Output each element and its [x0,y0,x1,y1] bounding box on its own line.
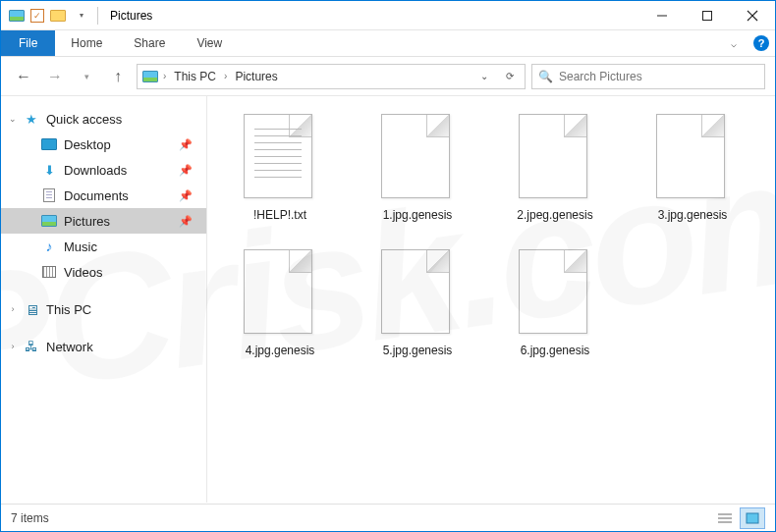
tree-label: Desktop [64,137,111,152]
file-item[interactable]: !HELP!.txt [211,114,349,249]
search-box[interactable]: 🔍 [531,64,765,89]
tree-label: This PC [46,302,91,317]
file-name: 1.jpg.genesis [383,208,453,222]
divider [97,7,98,25]
file-tab[interactable]: File [1,30,55,56]
svg-rect-1 [703,11,712,20]
qat-folder-icon[interactable] [48,6,68,26]
star-icon: ★ [23,111,40,127]
file-item[interactable]: 4.jpg.genesis [211,249,349,385]
up-button[interactable]: ↑ [105,64,131,89]
help-icon: ? [753,35,769,51]
thumbnails-view-icon [746,512,759,524]
address-dropdown-icon[interactable]: ⌄ [473,71,495,81]
text-file-icon [244,114,312,198]
pin-icon: 📌 [179,138,193,151]
maximize-icon [701,10,713,22]
tree-label: Network [46,340,93,354]
expand-icon[interactable]: › [7,304,19,314]
forward-button[interactable]: → [42,64,68,89]
documents-icon [40,187,58,203]
tree-item-videos[interactable]: Videos [1,259,206,285]
item-count: 7 items [11,511,49,525]
maximize-button[interactable] [685,1,730,30]
file-item[interactable]: 5.jpg.genesis [349,249,486,385]
navigation-pane: ⌄ ★ Quick access Desktop 📌 ⬇ Downloads 📌… [1,96,207,503]
address-bar[interactable]: › This PC › Pictures ⌄ ⟳ [137,64,526,89]
network-icon: 🖧 [23,339,40,354]
close-icon [747,10,758,22]
refresh-button[interactable]: ⟳ [499,71,521,81]
tree-network[interactable]: › 🖧 Network [1,334,206,359]
tree-label: Downloads [64,163,127,178]
file-name: 5.jpg.genesis [383,344,453,357]
qat-dropdown-icon[interactable]: ▾ [72,6,91,26]
tab-home[interactable]: Home [55,30,118,56]
location-icon [141,69,159,84]
downloads-icon: ⬇ [40,162,58,178]
search-input[interactable] [559,70,758,83]
file-name: 6.jpg.genesis [521,344,590,357]
breadcrumb-pictures[interactable]: Pictures [231,70,281,83]
tree-quick-access[interactable]: ⌄ ★ Quick access [1,106,206,132]
videos-icon [40,264,58,280]
app-icon [7,6,27,26]
back-button[interactable]: ← [11,64,36,89]
recent-dropdown-icon[interactable]: ▾ [74,64,99,89]
pictures-icon [40,213,58,229]
file-name: !HELP!.txt [253,208,306,222]
tree-label: Pictures [64,214,110,229]
expand-icon[interactable]: › [7,342,19,351]
collapse-icon[interactable]: ⌄ [7,114,19,124]
file-name: 2.jpeg.genesis [517,208,592,222]
unknown-file-icon [381,114,450,198]
file-item[interactable]: 1.jpg.genesis [349,114,486,249]
chevron-right-icon[interactable]: › [224,71,227,81]
close-button[interactable] [730,1,775,30]
file-list[interactable]: !HELP!.txt 1.jpg.genesis 2.jpeg.genesis … [207,96,775,503]
navigation-bar: ← → ▾ ↑ › This PC › Pictures ⌄ ⟳ 🔍 [1,57,775,96]
ribbon-expand-icon[interactable]: ⌵ [720,30,748,56]
tree-item-music[interactable]: ♪ Music [1,234,206,259]
unknown-file-icon [656,114,725,198]
svg-rect-7 [747,513,758,523]
details-view-icon [718,512,732,524]
minimize-button[interactable] [639,1,685,30]
file-item[interactable]: 3.jpg.genesis [624,114,761,249]
breadcrumb-thispc[interactable]: This PC [170,70,220,83]
desktop-icon [40,136,58,152]
tree-this-pc[interactable]: › 🖥 This PC [1,296,206,322]
unknown-file-icon [519,114,587,198]
file-item[interactable]: 6.jpg.genesis [486,249,624,385]
pin-icon: 📌 [179,164,193,177]
pin-icon: 📌 [179,189,193,202]
details-view-button[interactable] [712,507,738,529]
file-item[interactable]: 2.jpeg.genesis [486,114,624,249]
status-bar: 7 items [1,504,775,531]
file-name: 4.jpg.genesis [246,344,315,357]
title-bar: ✓ ▾ Pictures [1,1,775,30]
help-button[interactable]: ? [748,30,775,56]
tree-label: Videos [64,265,103,280]
search-icon: 🔍 [538,70,553,83]
pin-icon: 📌 [179,215,193,228]
tree-item-desktop[interactable]: Desktop 📌 [1,132,206,157]
unknown-file-icon [381,249,450,334]
music-icon: ♪ [40,239,58,254]
tree-item-downloads[interactable]: ⬇ Downloads 📌 [1,157,206,183]
chevron-right-icon[interactable]: › [163,71,166,81]
file-name: 3.jpg.genesis [658,208,728,222]
tree-label: Music [64,239,97,254]
tree-label: Quick access [46,112,122,127]
tree-item-pictures[interactable]: Pictures 📌 [1,208,206,234]
thumbnails-view-button[interactable] [740,507,765,529]
tab-share[interactable]: Share [118,30,181,56]
qat-properties-icon[interactable]: ✓ [30,9,44,23]
unknown-file-icon [519,249,587,334]
pc-icon: 🖥 [23,301,40,317]
unknown-file-icon [244,249,312,334]
minimize-icon [656,10,668,22]
ribbon: File Home Share View ⌵ ? [1,30,775,57]
tab-view[interactable]: View [181,30,238,56]
tree-item-documents[interactable]: Documents 📌 [1,183,206,208]
